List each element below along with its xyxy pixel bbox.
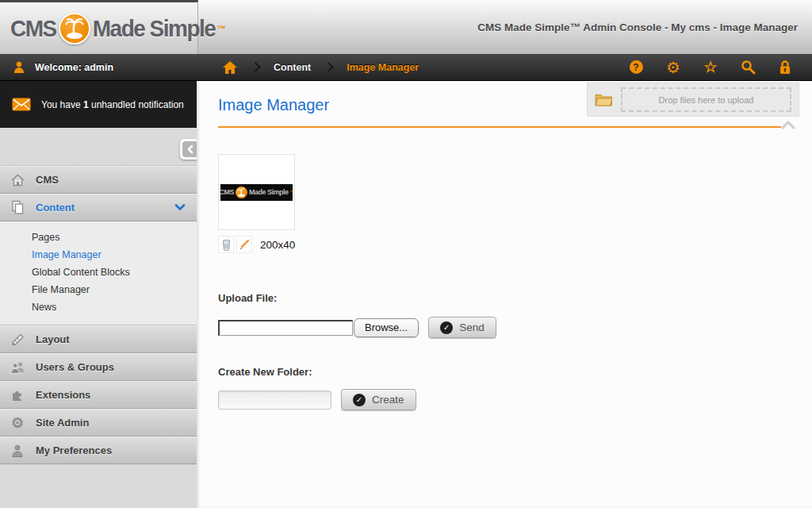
breadcrumb-content[interactable]: Content (274, 62, 311, 73)
sidebar-spacer (0, 128, 197, 166)
sidebar-item-image-manager[interactable]: Image Manager (0, 246, 197, 264)
nav-icon-group: ? ⚙ ☆ (628, 60, 812, 75)
top-navigation-bar: Welcome: admin Content Image Manager ? ⚙… (0, 54, 812, 81)
upload-dropzone: Drop files here to upload (587, 83, 799, 117)
main-content: Drop files here to upload Image Manager … (197, 81, 812, 508)
app-header: CMS Made Simple ™ CMS Made Simple™ Admin… (0, 0, 812, 54)
create-button[interactable]: ✓ Create (341, 389, 416, 410)
favorites-star-icon[interactable]: ☆ (703, 60, 718, 75)
breadcrumb-separator-icon (251, 62, 261, 72)
content-submenu: Pages Image Manager Global Content Block… (0, 221, 197, 325)
check-icon: ✓ (353, 394, 366, 406)
lock-icon[interactable] (777, 60, 793, 75)
upload-file-field[interactable] (218, 320, 353, 336)
documents-icon (10, 200, 25, 215)
delete-image-button[interactable] (218, 236, 234, 253)
users-icon (10, 360, 25, 375)
brand-logo: CMS Made Simple ™ (0, 0, 198, 54)
create-folder-label: Create New Folder: (218, 366, 812, 378)
thumbnail-actions: 200x40 (218, 236, 812, 253)
puzzle-icon (10, 388, 25, 402)
sidebar-item-pages[interactable]: Pages (0, 229, 197, 246)
ruler-pencil-icon (10, 332, 25, 347)
create-folder-row: ✓ Create (218, 389, 812, 410)
home-icon[interactable] (222, 60, 238, 75)
sidebar-item-label: My Preferences (36, 444, 112, 456)
sidebar-item-extensions[interactable]: Extensions (0, 381, 197, 409)
sidebar-filler (0, 464, 197, 508)
folder-icon (595, 93, 613, 106)
logo-text-cms: CMS (10, 14, 56, 42)
thumbnail-palm-icon (236, 187, 247, 198)
sidebar-item-news[interactable]: News (0, 298, 197, 316)
notification-banner[interactable]: You have 1 unhandled notification (0, 81, 197, 128)
new-folder-name-input[interactable] (218, 391, 331, 410)
logo-text-made-simple: Made Simple (93, 14, 216, 42)
breadcrumb: Content Image Manager (222, 60, 419, 75)
sidebar-item-cms[interactable]: CMS (0, 166, 197, 194)
sidebar-item-label: Content (36, 202, 75, 214)
search-icon[interactable] (740, 60, 756, 75)
sidebar-item-label: Users & Groups (36, 361, 114, 373)
title-divider (218, 126, 781, 128)
sidebar-item-my-preferences[interactable]: My Preferences (0, 437, 197, 464)
breadcrumb-image-manager[interactable]: Image Manager (347, 62, 419, 73)
help-icon[interactable]: ? (628, 60, 644, 75)
sidebar-item-label: Layout (36, 333, 70, 345)
edit-image-button[interactable] (236, 236, 252, 253)
user-icon (12, 60, 26, 75)
notification-count: 1 (83, 99, 89, 110)
window-title: CMS Made Simple™ Admin Console - My cms … (198, 0, 812, 54)
gear-icon: ⚙ (10, 416, 25, 430)
settings-gear-icon[interactable]: ⚙ (665, 60, 681, 75)
sidebar-item-label: CMS (36, 174, 59, 186)
pencil-icon (239, 239, 250, 250)
workspace: You have 1 unhandled notification CM (0, 81, 812, 508)
upload-file-label: Upload File: (218, 292, 812, 304)
trash-icon (221, 239, 232, 251)
sidebar-item-label: Site Admin (36, 417, 89, 429)
send-button[interactable]: ✓ Send (428, 317, 496, 338)
chevron-left-icon (182, 141, 198, 157)
sidebar: You have 1 unhandled notification CM (0, 81, 197, 508)
collapse-dropzone-chevron-up-icon[interactable] (780, 119, 796, 133)
browse-button[interactable]: Browse... (354, 318, 419, 337)
breadcrumb-separator-icon (324, 62, 334, 72)
thumbnail-image[interactable]: CMS Made Simple ™ (220, 184, 293, 201)
image-thumbnail-card[interactable]: CMS Made Simple ™ (218, 154, 295, 230)
sidebar-item-content[interactable]: Content (0, 194, 197, 221)
welcome-area: Welcome: admin (0, 60, 197, 75)
sidebar-item-file-manager[interactable]: File Manager (0, 281, 197, 298)
sidebar-item-site-admin[interactable]: ⚙ Site Admin (0, 409, 197, 437)
chevron-down-icon[interactable] (174, 202, 186, 214)
check-icon: ✓ (440, 321, 453, 334)
notification-text: You have 1 unhandled notification (41, 99, 184, 110)
dropzone-target[interactable]: Drop files here to upload (621, 87, 791, 112)
house-icon (10, 173, 25, 187)
sidebar-item-label: Extensions (36, 389, 90, 401)
person-icon (10, 444, 25, 458)
palm-island-icon (59, 13, 90, 44)
sidebar-item-users-groups[interactable]: Users & Groups (0, 353, 197, 381)
sidebar-item-layout[interactable]: Layout (0, 325, 197, 353)
image-dimensions-label: 200x40 (260, 239, 295, 251)
welcome-text: Welcome: admin (35, 62, 113, 73)
envelope-icon (12, 98, 31, 111)
upload-file-row: Browse... ✓ Send (218, 317, 812, 338)
sidebar-item-global-content-blocks[interactable]: Global Content Blocks (0, 264, 197, 281)
